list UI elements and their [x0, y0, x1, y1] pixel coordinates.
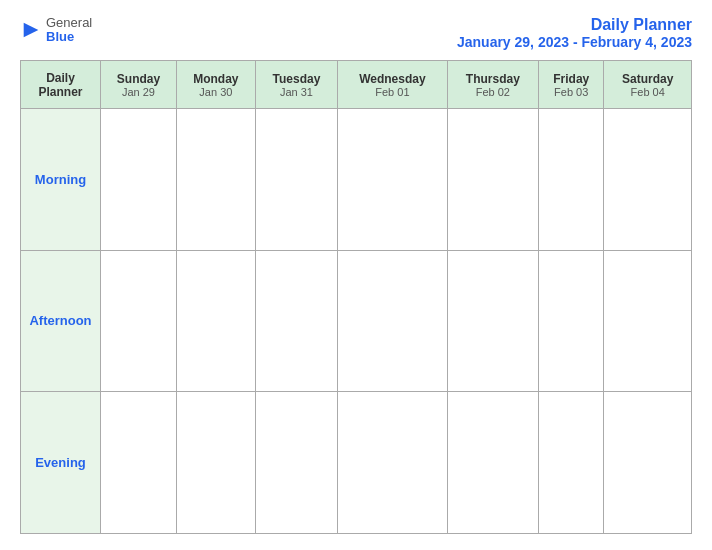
- morning-thursday[interactable]: [447, 109, 538, 251]
- title-area: Daily Planner January 29, 2023 - Februar…: [457, 16, 692, 50]
- logo-general: General: [46, 16, 92, 30]
- afternoon-row: Afternoon: [21, 250, 692, 392]
- morning-tuesday[interactable]: [255, 109, 337, 251]
- afternoon-monday[interactable]: [176, 250, 255, 392]
- col-monday: Monday Jan 30: [176, 61, 255, 109]
- afternoon-tuesday[interactable]: [255, 250, 337, 392]
- afternoon-wednesday[interactable]: [338, 250, 447, 392]
- morning-label: Morning: [21, 109, 101, 251]
- evening-saturday[interactable]: [604, 392, 692, 534]
- morning-monday[interactable]: [176, 109, 255, 251]
- evening-tuesday[interactable]: [255, 392, 337, 534]
- afternoon-thursday[interactable]: [447, 250, 538, 392]
- evening-friday[interactable]: [539, 392, 604, 534]
- col-saturday: Saturday Feb 04: [604, 61, 692, 109]
- morning-sunday[interactable]: [101, 109, 177, 251]
- planner-title: Daily Planner: [457, 16, 692, 34]
- morning-saturday[interactable]: [604, 109, 692, 251]
- evening-row: Evening: [21, 392, 692, 534]
- col-tuesday: Tuesday Jan 31: [255, 61, 337, 109]
- svg-marker-0: [24, 23, 39, 38]
- calendar-table: Daily Planner Sunday Jan 29 Monday Jan 3…: [20, 60, 692, 534]
- afternoon-saturday[interactable]: [604, 250, 692, 392]
- logo-area: General Blue: [20, 16, 92, 45]
- logo-text: General Blue: [46, 16, 92, 45]
- morning-row: Morning: [21, 109, 692, 251]
- col-sunday: Sunday Jan 29: [101, 61, 177, 109]
- afternoon-friday[interactable]: [539, 250, 604, 392]
- column-headers: Daily Planner Sunday Jan 29 Monday Jan 3…: [21, 61, 692, 109]
- col-friday: Friday Feb 03: [539, 61, 604, 109]
- evening-label: Evening: [21, 392, 101, 534]
- morning-friday[interactable]: [539, 109, 604, 251]
- generalblue-logo-icon: [20, 19, 42, 41]
- evening-monday[interactable]: [176, 392, 255, 534]
- page-header: General Blue Daily Planner January 29, 2…: [20, 16, 692, 50]
- afternoon-label: Afternoon: [21, 250, 101, 392]
- evening-thursday[interactable]: [447, 392, 538, 534]
- date-range: January 29, 2023 - February 4, 2023: [457, 34, 692, 50]
- afternoon-sunday[interactable]: [101, 250, 177, 392]
- evening-wednesday[interactable]: [338, 392, 447, 534]
- morning-wednesday[interactable]: [338, 109, 447, 251]
- col-thursday: Thursday Feb 02: [447, 61, 538, 109]
- col-wednesday: Wednesday Feb 01: [338, 61, 447, 109]
- logo-blue: Blue: [46, 30, 92, 44]
- planner-column-header: Daily Planner: [21, 61, 101, 109]
- evening-sunday[interactable]: [101, 392, 177, 534]
